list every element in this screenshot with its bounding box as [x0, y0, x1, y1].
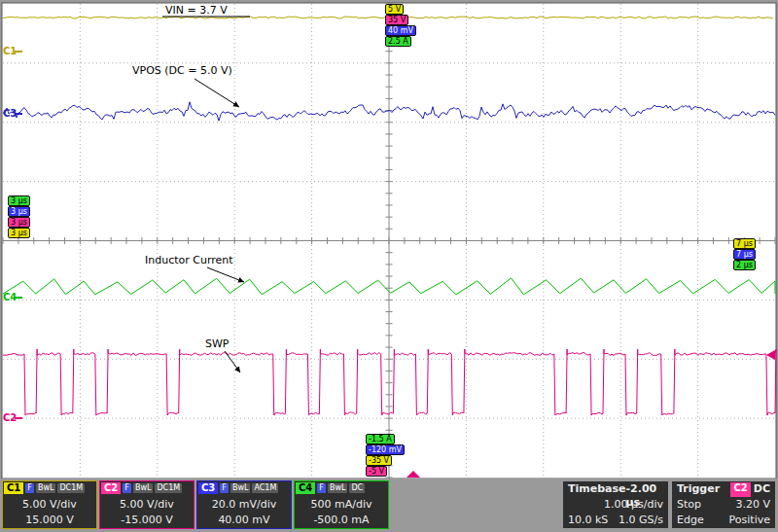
channel-tab-c4: C4	[296, 482, 315, 494]
edge-flag-right-c4: 2 µs	[733, 260, 756, 270]
timebase-panel[interactable]: Timebase -2.00 µs 1.00 µs/div 10.0 kS 1.…	[562, 480, 669, 529]
trigger-coupling: DC	[754, 482, 770, 497]
edge-flag-left-c4: 3 µs	[8, 195, 30, 206]
channel-tab-c1: C1	[4, 482, 23, 494]
trigger-panel[interactable]: Trigger C2 DC Stop 3.20 V Edge Positive	[671, 480, 776, 529]
edge-flag-top-c4: 2.5 A	[385, 36, 411, 47]
trigger-type: Edge	[677, 513, 704, 528]
annotation-vpos: VPOS (DC = 5.0 V)	[132, 64, 232, 77]
channel-tab-c2: C2	[101, 482, 121, 494]
channel-scale-c1: 5.00 V/div	[3, 497, 96, 513]
channel-tab-c3: C3	[198, 482, 218, 494]
waveform-grid	[0, 0, 778, 479]
timebase-samples: 10.0 kS	[568, 513, 608, 528]
badge-ac1m: AC1M	[252, 483, 278, 493]
channel-descriptor-c2[interactable]: C2FBwLDC1M5.00 V/div-15.000 V	[99, 480, 194, 529]
timebase-delay: -2.00 µs	[626, 482, 663, 497]
edge-flag-left-c3: 3 µs	[8, 206, 30, 217]
badge-bwl: BwL	[328, 483, 348, 493]
channel-marker-c4: C4	[3, 292, 17, 302]
edge-flag-top-c3: 40 mV	[385, 25, 416, 36]
edge-flag-bottom-c2: -5 V	[366, 466, 387, 477]
badge-dc: DC	[349, 483, 365, 493]
trigger-slope: Positive	[729, 513, 770, 528]
timebase-scale: 1.00 µs/div	[604, 497, 663, 513]
timebase-title: Timebase	[568, 482, 626, 497]
trigger-source-badge: C2	[730, 482, 750, 497]
badge-dc1m: DC1M	[57, 483, 85, 493]
channel-marker-c3: C3	[3, 108, 17, 119]
timebase-rate: 1.0 GS/s	[619, 513, 663, 528]
badge-bwl: BwL	[36, 483, 56, 493]
channel-scale-c4: 500 mA/div	[295, 497, 388, 513]
badge-bwl: BwL	[133, 483, 154, 493]
badge-f: F	[25, 483, 34, 493]
channel-scale-c3: 20.0 mV/div	[197, 497, 291, 513]
edge-flag-left-c1: 3 µs	[8, 228, 30, 238]
edge-flag-left-c2: 3 µs	[8, 217, 30, 228]
edge-flag-bottom-c1: -35 V	[366, 455, 392, 466]
edge-flag-top-c1: 5 V	[385, 4, 404, 15]
channel-offset-c1: 15.000 V	[3, 513, 96, 528]
badge-dc1m: DC1M	[155, 483, 182, 493]
trigger-level: 3.20 V	[735, 497, 770, 513]
channel-offset-c4: -500.0 mA	[295, 513, 388, 528]
channel-offset-c3: 40.00 mV	[197, 513, 291, 528]
edge-flag-bottom-c4: -1.5 A	[366, 434, 395, 444]
channel-descriptor-c1[interactable]: C1FBwLDC1M5.00 V/div15.000 V	[2, 480, 97, 529]
channel-marker-c1: C1	[3, 46, 17, 56]
channel-offset-c2: -15.000 V	[100, 513, 194, 528]
trigger-title: Trigger	[677, 482, 720, 497]
oscilloscope-screen: VIN = 3.7 V VPOS (DC = 5.0 V) Inductor C…	[0, 0, 778, 532]
annotation-swp: SWP	[205, 337, 230, 350]
annotation-inductor: Inductor Current	[145, 254, 233, 266]
badge-f: F	[317, 483, 326, 493]
annotation-vin: VIN = 3.7 V	[165, 4, 228, 17]
edge-flag-bottom-c3: -120 mV	[366, 444, 405, 455]
badge-f: F	[123, 483, 131, 493]
channel-descriptor-c4[interactable]: C4FBwLDC500 mA/div-500.0 mA	[294, 480, 389, 529]
edge-flag-right-c3: 7 µs	[733, 249, 756, 260]
channel-descriptor-c3[interactable]: C3FBwLAC1M20.0 mV/div40.00 mV	[196, 480, 292, 529]
edge-flag-top-c2: 35 V	[385, 15, 408, 25]
badge-f: F	[220, 483, 229, 493]
badge-bwl: BwL	[230, 483, 251, 493]
channel-scale-c2: 5.00 V/div	[100, 497, 194, 513]
channel-marker-c2: C2	[3, 412, 17, 423]
trigger-mode: Stop	[677, 497, 701, 513]
edge-flag-right-c1: 7 µs	[733, 238, 756, 249]
